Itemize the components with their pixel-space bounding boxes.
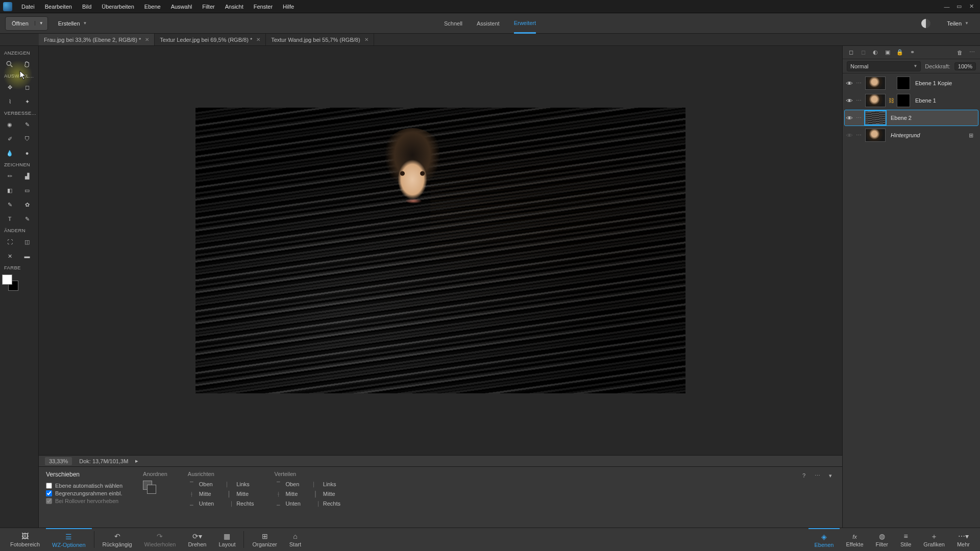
menu-image[interactable]: Bild (77, 2, 96, 12)
visibility-toggle[interactable] (846, 97, 853, 104)
opacity-value[interactable]: 100% (954, 62, 976, 70)
collapse-icon[interactable]: ▾ (826, 471, 835, 480)
brush-tool[interactable]: ✏ (2, 169, 17, 183)
wand-tool[interactable]: ✦ (19, 95, 35, 108)
trash-icon[interactable]: 🗑 (955, 48, 964, 57)
zoom-readout[interactable]: 33,33% (45, 457, 72, 465)
gradient-tool[interactable]: ◧ (2, 184, 17, 197)
lock-slot[interactable]: ⋯ (856, 115, 862, 121)
dist-middle[interactable]: ⟊Mitte (274, 490, 300, 497)
canvas-viewport[interactable] (39, 46, 842, 455)
layer-mask-thumbnail[interactable] (897, 94, 910, 107)
dist-center[interactable]: │Mitte (312, 490, 340, 497)
layer-row[interactable]: ⋯ Ebene 1 Kopie (845, 76, 978, 91)
bucket-tool[interactable]: ▟ (19, 169, 35, 183)
open-button[interactable]: Öffnen ▼ (5, 16, 48, 31)
menu-view[interactable]: Ansicht (220, 2, 249, 12)
layer-name[interactable]: Hintergrund (889, 132, 966, 138)
window-close[interactable]: ✕ (966, 3, 977, 11)
lock-slot[interactable]: ⋯ (856, 132, 862, 138)
close-tab-icon[interactable]: ✕ (364, 37, 369, 42)
align-right[interactable]: ⎹Rechts (225, 500, 254, 507)
rotate-button[interactable]: ⟳▾Drehen (182, 528, 212, 551)
marquee-tool[interactable]: ◻ (19, 81, 35, 94)
layout-button[interactable]: ▦Layout (212, 528, 241, 551)
window-maximize[interactable]: ▭ (953, 3, 965, 11)
layer-row[interactable]: ⋯ Ebene 2 (845, 110, 978, 126)
more-icon[interactable]: ⋯ (813, 471, 822, 480)
layer-row[interactable]: ⋯ ⛓ Ebene 1 (845, 93, 978, 108)
close-tab-icon[interactable]: ✕ (256, 37, 260, 42)
align-bottom[interactable]: ⎽Unten (188, 500, 214, 507)
redeye-tool[interactable]: ◉ (2, 118, 17, 131)
lock-slot[interactable]: ⋯ (856, 80, 862, 86)
visibility-toggle[interactable] (846, 114, 853, 121)
zoom-tool[interactable] (2, 58, 17, 71)
document-canvas[interactable] (195, 108, 685, 393)
color-swatches[interactable] (2, 274, 22, 293)
mode-guided[interactable]: Assistent (477, 13, 500, 34)
new-group-icon[interactable]: ◻ (859, 48, 867, 57)
close-tab-icon[interactable]: ✕ (145, 37, 149, 42)
crop-tool[interactable]: ⛶ (2, 235, 17, 248)
eyedropper-tool[interactable]: ✎ (2, 198, 17, 211)
mode-expert[interactable]: Erweitert (514, 13, 536, 34)
visibility-toggle[interactable] (846, 80, 853, 87)
window-minimize[interactable]: — (941, 3, 952, 11)
create-button[interactable]: Erstellen ▼ (52, 20, 93, 27)
rollover-checkbox[interactable]: Bei Rollover hervorheben (46, 498, 122, 504)
menu-layer[interactable]: Ebene (139, 2, 166, 12)
align-middle[interactable]: ⟊Mitte (188, 490, 214, 497)
photo-bin-button[interactable]: 🖼Fotobereich (4, 528, 46, 551)
align-center[interactable]: │Mitte (225, 490, 254, 497)
filters-button[interactable]: ◍Filter (870, 528, 894, 551)
link-icon[interactable]: ⚭ (908, 48, 916, 57)
tool-options-button[interactable]: ☰WZ-Optionen (46, 528, 91, 551)
layer-name[interactable]: Ebene 1 (913, 97, 977, 104)
mask-icon[interactable]: ▣ (884, 48, 892, 57)
effects-button[interactable]: fxEffekte (840, 528, 869, 551)
layer-thumbnail[interactable] (865, 129, 886, 142)
move-tool[interactable]: ✥ (2, 81, 17, 94)
layer-thumbnail[interactable] (865, 94, 886, 107)
sponge-tool[interactable]: ● (19, 146, 35, 160)
smart-brush-tool[interactable]: ✐ (2, 132, 17, 145)
undo-button[interactable]: ↶Rückgängig (96, 528, 138, 551)
lasso-tool[interactable]: ⌇ (2, 95, 17, 108)
menu-file[interactable]: Datei (16, 2, 40, 12)
hand-tool[interactable] (19, 58, 35, 71)
more-button[interactable]: ⋯▾Mehr (951, 528, 976, 551)
dist-right[interactable]: ⎹Rechts (312, 500, 340, 507)
layer-thumbnail[interactable] (865, 111, 886, 124)
menu-help[interactable]: Hilfe (278, 2, 299, 12)
layer-thumbnail[interactable] (865, 77, 886, 90)
menu-filter[interactable]: Filter (197, 2, 219, 12)
lock-slot[interactable]: ⋯ (856, 97, 862, 104)
straighten-tool[interactable]: ▬ (19, 249, 35, 263)
shape-tool[interactable]: ▭ (19, 184, 35, 197)
layer-row[interactable]: ⋯ Hintergrund ⊞ (845, 128, 978, 143)
status-arrow-icon[interactable]: ▸ (135, 458, 138, 464)
auto-select-checkbox[interactable]: Ebene automatisch wählen (46, 483, 122, 489)
document-tab[interactable]: Frau.jpg bei 33,3% (Ebene 2, RGB/8) * ✕ (39, 34, 155, 45)
arrange-icon[interactable] (143, 481, 157, 495)
dist-left[interactable]: ⎸Links (312, 481, 340, 488)
redo-button[interactable]: ↷Wiederholen (138, 528, 182, 551)
panel-menu-icon[interactable]: ⋯ (968, 48, 976, 57)
link-indicator-icon[interactable]: ⛓ (889, 97, 894, 104)
graphics-button[interactable]: ＋Grafiken (917, 528, 951, 551)
custom-shape-tool[interactable]: ✿ (19, 198, 35, 211)
menu-window[interactable]: Fenster (249, 2, 278, 12)
text-tool[interactable]: T (2, 212, 17, 226)
blur-tool[interactable]: 💧 (2, 146, 17, 160)
dist-top[interactable]: ⎺Oben (274, 481, 300, 488)
home-button[interactable]: ⌂Start (283, 528, 307, 551)
mode-quick[interactable]: Schnell (444, 13, 462, 34)
styles-button[interactable]: ≡Stile (894, 528, 917, 551)
document-tab[interactable]: Textur Leder.jpg bei 69,5% (RGB/8) * ✕ (155, 34, 266, 45)
new-layer-icon[interactable]: ◻ (847, 48, 855, 57)
align-left[interactable]: ⎸Links (225, 481, 254, 488)
menu-edit[interactable]: Bearbeiten (40, 2, 77, 12)
open-dropdown-arrow[interactable]: ▼ (35, 21, 47, 26)
menu-select[interactable]: Auswahl (166, 2, 198, 12)
